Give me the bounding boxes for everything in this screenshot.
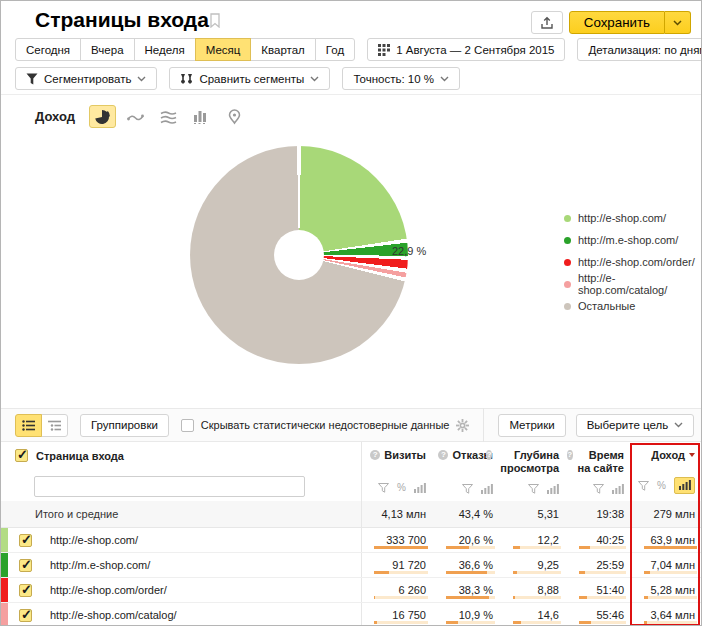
bar-view-icon[interactable] bbox=[612, 484, 624, 494]
groupings-button[interactable]: Группировки bbox=[80, 414, 169, 437]
hide-unreliable-checkbox-row[interactable]: Скрывать статистически недостоверные дан… bbox=[181, 419, 470, 432]
filter-funnel-icon[interactable] bbox=[593, 484, 604, 494]
bar-view-icon[interactable] bbox=[547, 484, 559, 494]
chart-type-map-button[interactable] bbox=[221, 105, 248, 128]
legend-dot bbox=[564, 237, 571, 244]
export-button[interactable] bbox=[531, 11, 563, 34]
first-column-title: Страница входа bbox=[36, 450, 124, 462]
row-checkbox[interactable] bbox=[19, 534, 32, 547]
view-toggle-group bbox=[15, 414, 68, 437]
chart-type-stacked-area-button[interactable] bbox=[155, 105, 182, 128]
compare-segments-dropdown[interactable]: Сравнить сегменты bbox=[169, 67, 330, 90]
chart-type-line-button[interactable] bbox=[122, 105, 149, 128]
topbar: Страницы входа Сохранить bbox=[1, 1, 701, 37]
hide-unreliable-checkbox[interactable] bbox=[181, 419, 194, 432]
chart-type-pie-button[interactable] bbox=[89, 105, 116, 128]
pie-chart[interactable] bbox=[190, 146, 408, 364]
segment-dropdown[interactable]: Сегментировать bbox=[15, 67, 157, 90]
precision-label: Точность: 10 % bbox=[353, 73, 434, 85]
chart-legend: http://e-shop.com/ http://m.e-shop.com/ … bbox=[564, 207, 701, 317]
bookmark-icon[interactable] bbox=[209, 13, 221, 28]
cell-time: 40:25 bbox=[567, 528, 632, 552]
tab-quarter[interactable]: Квартал bbox=[250, 38, 315, 61]
detail-dropdown[interactable]: Детализация: по дням bbox=[577, 38, 702, 61]
value-bar bbox=[644, 596, 697, 599]
tab-month[interactable]: Месяц bbox=[195, 38, 252, 61]
cell-depth: 12,2 bbox=[501, 528, 567, 552]
value-bar bbox=[446, 596, 495, 599]
tab-yesterday[interactable]: Вчера bbox=[80, 38, 134, 61]
filter-funnel-icon[interactable] bbox=[528, 484, 539, 494]
bar-view-icon[interactable] bbox=[481, 484, 493, 494]
filter-funnel-icon[interactable] bbox=[378, 483, 389, 493]
chevron-down-icon bbox=[310, 76, 319, 82]
column-title: Визиты bbox=[384, 449, 426, 462]
row-checkbox[interactable] bbox=[19, 559, 32, 572]
cell-revenue: 7,04 млн bbox=[632, 553, 702, 577]
chart-type-columns-button[interactable] bbox=[188, 105, 215, 128]
row-url-link[interactable]: http://e-shop.com/ bbox=[50, 534, 138, 546]
chevron-down-icon bbox=[440, 76, 449, 82]
save-dropdown-button[interactable] bbox=[665, 11, 691, 34]
bar-view-icon-active[interactable] bbox=[674, 477, 695, 494]
row-url-link[interactable]: http://e-shop.com/order/ bbox=[50, 584, 167, 596]
totals-time: 19:38 bbox=[567, 501, 632, 527]
filter-funnel-icon[interactable] bbox=[638, 481, 649, 491]
date-range-button[interactable]: 1 Августа — 2 Сентября 2015 bbox=[367, 38, 565, 61]
save-button[interactable]: Сохранить bbox=[569, 11, 665, 34]
metrics-button[interactable]: Метрики bbox=[498, 414, 565, 437]
row-url-link[interactable]: http://m.e-shop.com/ bbox=[50, 559, 150, 571]
value-bar bbox=[513, 571, 561, 574]
column-header-time[interactable]: Время на сайте bbox=[567, 442, 632, 501]
legend-item[interactable]: http://e-shop.com/catalog/ bbox=[564, 273, 701, 295]
gear-icon[interactable] bbox=[456, 419, 469, 432]
column-header-visits[interactable]: Визиты % bbox=[362, 442, 434, 501]
column-header-depth[interactable]: Глубина просмотра bbox=[501, 442, 567, 501]
value-bar bbox=[446, 621, 495, 624]
value-bar bbox=[374, 546, 428, 549]
totals-bounces: 43,4 % bbox=[434, 501, 501, 527]
line-chart-icon bbox=[127, 110, 144, 124]
date-filter-row: Сегодня Вчера Неделя Месяц Квартал Год 1… bbox=[15, 38, 702, 61]
period-tab-group: Сегодня Вчера Неделя Месяц Квартал Год bbox=[15, 38, 355, 61]
value-bar bbox=[644, 546, 697, 549]
help-icon[interactable] bbox=[370, 450, 380, 460]
tab-today[interactable]: Сегодня bbox=[15, 38, 81, 61]
cell-bounces: 38,3 % bbox=[434, 578, 501, 602]
percent-view-icon[interactable]: % bbox=[657, 479, 666, 492]
legend-item[interactable]: http://e-shop.com/order/ bbox=[564, 251, 701, 273]
totals-row: Итого и средние 4,13 млн 43,4 % 5,31 19:… bbox=[1, 501, 701, 528]
list-view-button[interactable] bbox=[15, 414, 42, 437]
value-bar bbox=[446, 546, 495, 549]
column-header-revenue[interactable]: Доход % bbox=[632, 442, 702, 501]
table-search-input[interactable] bbox=[34, 476, 305, 497]
row-checkbox[interactable] bbox=[19, 584, 32, 597]
legend-item[interactable]: http://e-shop.com/ bbox=[564, 207, 701, 229]
pie-hole bbox=[274, 230, 324, 280]
precision-dropdown[interactable]: Точность: 10 % bbox=[342, 67, 460, 90]
column-chart-icon bbox=[193, 110, 209, 124]
tab-week[interactable]: Неделя bbox=[134, 38, 196, 61]
cell-bounces: 20,6 % bbox=[434, 528, 501, 552]
tree-view-button[interactable] bbox=[41, 414, 68, 437]
filter-funnel-icon[interactable] bbox=[462, 484, 473, 494]
chevron-down-icon bbox=[137, 76, 146, 82]
row-checkbox[interactable] bbox=[19, 609, 32, 622]
row-name-cell: http://e-shop.com/ bbox=[1, 528, 362, 552]
tab-year[interactable]: Год bbox=[315, 38, 355, 61]
percent-view-icon[interactable]: % bbox=[397, 481, 406, 494]
cell-revenue: 63,9 млн bbox=[632, 528, 702, 552]
help-icon[interactable] bbox=[567, 450, 573, 460]
help-icon[interactable] bbox=[438, 450, 448, 460]
column-title: Глубина просмотра bbox=[496, 449, 559, 475]
row-color-stripe bbox=[1, 553, 8, 577]
row-url-link[interactable]: http://e-shop.com/catalog/ bbox=[50, 609, 177, 621]
legend-item[interactable]: Остальные bbox=[564, 295, 701, 317]
goal-dropdown[interactable]: Выберите цель bbox=[576, 414, 695, 437]
select-all-checkbox[interactable] bbox=[15, 449, 28, 462]
bar-view-icon[interactable] bbox=[414, 483, 426, 493]
cell-time: 55:46 bbox=[567, 603, 632, 626]
legend-item[interactable]: http://m.e-shop.com/ bbox=[564, 229, 701, 251]
cell-visits: 91 720 bbox=[362, 553, 434, 577]
help-icon[interactable] bbox=[486, 450, 492, 460]
